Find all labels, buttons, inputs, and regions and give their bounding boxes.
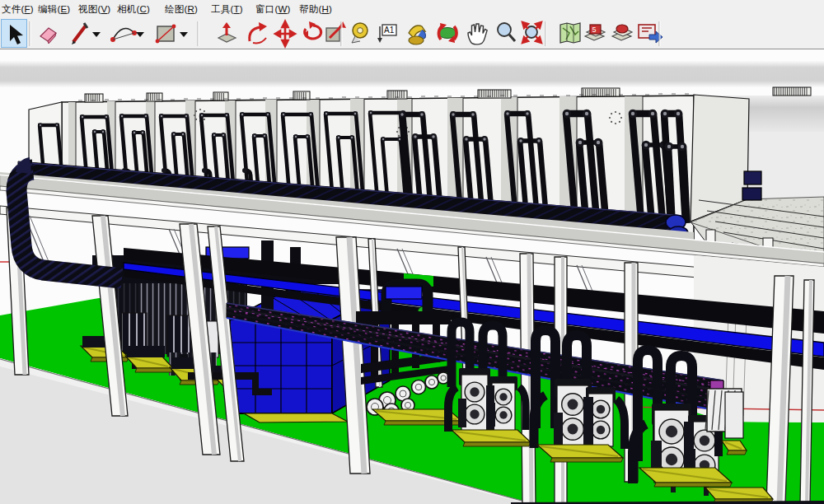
svg-text:5: 5 <box>592 26 597 34</box>
svg-text:A1: A1 <box>384 26 395 35</box>
